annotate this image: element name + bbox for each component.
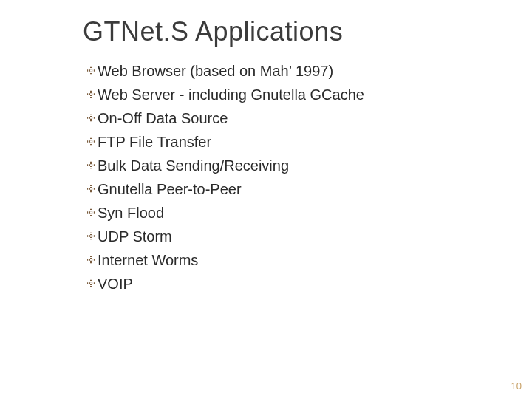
- bullet-icon: ༓: [87, 250, 95, 270]
- bullet-icon: ༓: [87, 180, 95, 199]
- list-item: ༓ FTP File Transfer: [87, 132, 501, 152]
- bullet-icon: ༓: [87, 132, 95, 151]
- list-item: ༓ UDP Storm: [87, 226, 501, 247]
- list-item-text: Syn Flood: [98, 202, 164, 223]
- bullet-icon: ༓: [87, 227, 95, 246]
- list-item: ༓ Gnutella Peer-to-Peer: [87, 179, 501, 200]
- list-item-text: Bulk Data Sending/Receiving: [98, 155, 289, 176]
- list-item-text: VOIP: [98, 273, 133, 294]
- list-item-text: Web Browser (based on Mah’ 1997): [98, 61, 333, 81]
- list-item: ༓ On-Off Data Source: [87, 108, 501, 129]
- slide-title: GTNet.S Applications: [83, 16, 343, 47]
- bullet-icon: ༓: [87, 274, 95, 293]
- list-item-text: Gnutella Peer-to-Peer: [98, 179, 242, 200]
- bullet-icon: ༓: [87, 61, 95, 81]
- list-item: ༓ Bulk Data Sending/Receiving: [87, 155, 501, 176]
- list-item-text: FTP File Transfer: [98, 132, 211, 152]
- list-item-text: Web Server - including Gnutella GCache: [98, 84, 364, 105]
- page-number: 10: [511, 381, 522, 392]
- list-item-text: UDP Storm: [98, 226, 172, 247]
- bullet-icon: ༓: [87, 109, 95, 128]
- list-item: ༓ Web Browser (based on Mah’ 1997): [87, 61, 501, 81]
- list-item-text: On-Off Data Source: [98, 108, 228, 129]
- list-item: ༓ Internet Worms: [87, 250, 501, 270]
- list-item: ༓ VOIP: [87, 273, 501, 294]
- bullet-icon: ༓: [87, 203, 95, 222]
- bullet-icon: ༓: [87, 156, 95, 175]
- list-item-text: Internet Worms: [98, 250, 198, 270]
- bullet-list: ༓ Web Browser (based on Mah’ 1997) ༓ Web…: [87, 61, 501, 297]
- list-item: ༓ Web Server - including Gnutella GCache: [87, 84, 501, 105]
- bullet-icon: ༓: [87, 85, 95, 104]
- list-item: ༓ Syn Flood: [87, 202, 501, 223]
- slide: GTNet.S Applications ༓ Web Browser (base…: [0, 0, 532, 399]
